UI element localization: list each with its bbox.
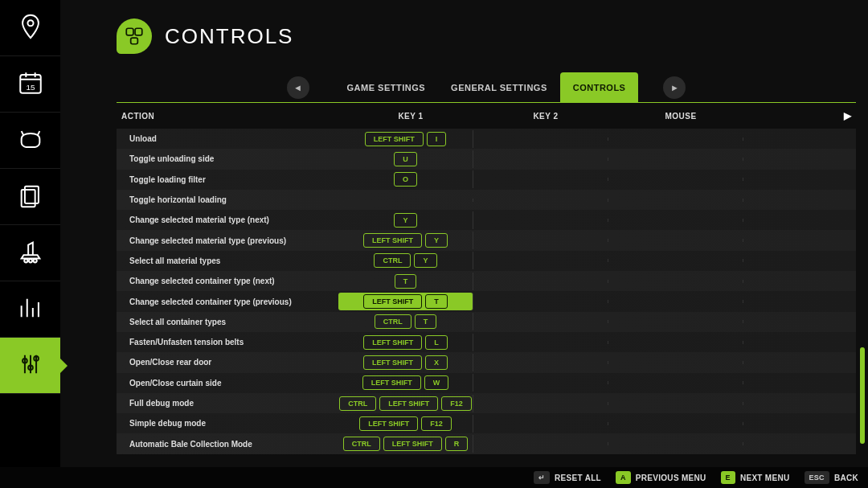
binding-cell-key2[interactable] bbox=[473, 199, 608, 202]
binding-cell-mouse[interactable] bbox=[608, 361, 743, 364]
svg-point-7 bbox=[33, 259, 36, 262]
binding-row[interactable]: Select all material typesCTRLY bbox=[117, 251, 856, 271]
binding-cell-key1[interactable]: CTRLLEFT SHIFTF12 bbox=[338, 395, 473, 412]
sidebar-item-stats-icon[interactable] bbox=[0, 281, 60, 338]
binding-cell-key1[interactable] bbox=[338, 199, 473, 202]
sidebar-item-docs-icon[interactable] bbox=[0, 169, 60, 225]
binding-cell-key2[interactable] bbox=[473, 341, 608, 344]
svg-point-0 bbox=[27, 20, 33, 26]
binding-cell-key2[interactable] bbox=[473, 300, 608, 303]
sidebar-item-machine-icon[interactable] bbox=[0, 225, 60, 281]
footer-next-menu[interactable]: E NEXT MENU bbox=[721, 471, 790, 484]
binding-cell-key1[interactable]: LEFT SHIFTW bbox=[338, 374, 473, 392]
sidebar-item-map-icon[interactable] bbox=[0, 0, 60, 56]
binding-cell-mouse[interactable] bbox=[608, 219, 743, 222]
binding-cell-key2[interactable] bbox=[473, 280, 608, 283]
binding-cell-mouse[interactable] bbox=[608, 402, 743, 405]
binding-cell-key2[interactable] bbox=[473, 442, 608, 445]
keycap: LEFT SHIFT bbox=[383, 437, 442, 451]
binding-row[interactable]: UnloadLEFT SHIFTI bbox=[117, 129, 856, 149]
binding-cell-mouse[interactable] bbox=[608, 199, 743, 202]
binding-cell-key1[interactable]: CTRLY bbox=[338, 252, 473, 269]
binding-cell-mouse[interactable] bbox=[608, 422, 743, 425]
machine-icon bbox=[17, 238, 44, 269]
binding-cell-key1[interactable]: LEFT SHIFTL bbox=[338, 334, 473, 351]
binding-cell-key2[interactable] bbox=[473, 422, 608, 425]
binding-cell-key2[interactable] bbox=[473, 137, 608, 141]
binding-cell-mouse[interactable] bbox=[608, 239, 743, 242]
binding-cell-key1[interactable]: O bbox=[338, 170, 473, 188]
tabs-prev-button[interactable]: ◄ bbox=[287, 76, 309, 99]
binding-row[interactable]: Select all container typesCTRLT bbox=[117, 312, 856, 332]
sidebar-item-settings-icon[interactable] bbox=[0, 338, 60, 394]
binding-cell-mouse[interactable] bbox=[608, 137, 743, 141]
binding-cell-mouse[interactable] bbox=[608, 320, 743, 323]
binding-cell-key2[interactable] bbox=[473, 402, 608, 405]
tab-controls[interactable]: CONTROLS bbox=[560, 72, 639, 103]
binding-row[interactable]: Change selected material type (next)Y bbox=[117, 210, 856, 230]
binding-row[interactable]: Change selected container type (previous… bbox=[117, 291, 856, 311]
footer-previous-menu[interactable]: A PREVIOUS MENU bbox=[616, 471, 706, 484]
binding-cell-key1[interactable]: LEFT SHIFTF12 bbox=[338, 415, 473, 433]
binding-row[interactable]: Full debug modeCTRLLEFT SHIFTF12 bbox=[117, 393, 856, 413]
keycap: CTRL bbox=[375, 314, 411, 329]
vertical-scrollbar[interactable] bbox=[860, 347, 865, 444]
keycap: X bbox=[425, 355, 448, 370]
keycap: O bbox=[394, 172, 417, 187]
binding-cell-mouse[interactable] bbox=[608, 280, 743, 283]
binding-cell-mouse[interactable] bbox=[608, 158, 743, 161]
binding-row[interactable]: Fasten/Unfasten tension beltsLEFT SHIFTL bbox=[117, 332, 856, 352]
cow-icon bbox=[17, 125, 44, 156]
binding-cell-key2[interactable] bbox=[473, 158, 608, 161]
binding-row[interactable]: Open/Close rear doorLEFT SHIFTX bbox=[117, 352, 856, 372]
binding-cell-key2[interactable] bbox=[473, 178, 608, 181]
binding-row[interactable]: Automatic Bale Collection ModeCTRLLEFT S… bbox=[117, 433, 856, 453]
action-label: Automatic Bale Collection Mode bbox=[117, 440, 338, 449]
svg-rect-4 bbox=[21, 189, 35, 206]
binding-cell-key1[interactable]: CTRLLEFT SHIFTR bbox=[338, 435, 473, 453]
binding-cell-key1[interactable]: U bbox=[338, 150, 473, 168]
binding-cell-key1[interactable]: LEFT SHIFTX bbox=[338, 354, 473, 371]
sidebar-item-calendar-icon[interactable]: 15 bbox=[0, 56, 60, 113]
binding-row[interactable]: Change selected container type (next)T bbox=[117, 271, 856, 291]
tab-game-settings[interactable]: GAME SETTINGS bbox=[334, 72, 439, 103]
binding-cell-key2[interactable] bbox=[473, 381, 608, 384]
tabs-next-button[interactable]: ► bbox=[663, 76, 686, 99]
binding-row[interactable]: Toggle unloading sideU bbox=[117, 149, 856, 169]
binding-cell-key1[interactable]: LEFT SHIFTY bbox=[338, 232, 473, 249]
page-title: CONTROLS bbox=[165, 24, 293, 49]
binding-cell-key1[interactable]: LEFT SHIFTI bbox=[338, 130, 473, 148]
controls-header-icon bbox=[117, 18, 152, 54]
binding-row[interactable]: Change selected material type (previous)… bbox=[117, 230, 856, 250]
action-label: Unload bbox=[117, 134, 338, 143]
binding-row[interactable]: Open/Close curtain sideLEFT SHIFTW bbox=[117, 373, 856, 393]
column-header-row: ACTION KEY 1 KEY 2 MOUSE ▶ bbox=[117, 103, 856, 129]
footer-back[interactable]: ESC BACK bbox=[805, 471, 859, 484]
binding-cell-mouse[interactable] bbox=[608, 300, 743, 303]
binding-cell-mouse[interactable] bbox=[608, 259, 743, 262]
binding-cell-key2[interactable] bbox=[473, 239, 608, 242]
sidebar-item-cow-icon[interactable] bbox=[0, 113, 60, 169]
action-label: Open/Close curtain side bbox=[117, 379, 338, 388]
binding-cell-key2[interactable] bbox=[473, 259, 608, 262]
binding-cell-key2[interactable] bbox=[473, 361, 608, 364]
binding-cell-key2[interactable] bbox=[473, 320, 608, 323]
binding-cell-mouse[interactable] bbox=[608, 381, 743, 384]
footer-reset-all[interactable]: ↵ RESET ALL bbox=[534, 471, 601, 484]
binding-row[interactable]: Simple debug modeLEFT SHIFTF12 bbox=[117, 413, 856, 433]
binding-cell-key1[interactable]: CTRLT bbox=[338, 313, 473, 330]
main-panel: CONTROLS ◄ GAME SETTINGSGENERAL SETTINGS… bbox=[60, 0, 868, 488]
binding-row[interactable]: Toggle loading filterO bbox=[117, 170, 856, 190]
tab-general-settings[interactable]: GENERAL SETTINGS bbox=[438, 72, 560, 103]
binding-cell-key1[interactable]: Y bbox=[338, 211, 473, 229]
binding-row[interactable]: Toggle horizontal loading bbox=[117, 190, 856, 210]
keycap: Y bbox=[425, 233, 448, 248]
binding-cell-key1[interactable]: T bbox=[338, 273, 473, 290]
col-header-key2: KEY 2 bbox=[478, 112, 613, 121]
binding-cell-key2[interactable] bbox=[473, 219, 608, 222]
binding-cell-mouse[interactable] bbox=[608, 442, 743, 445]
binding-cell-mouse[interactable] bbox=[608, 178, 743, 181]
scroll-indicator[interactable]: ▶ bbox=[748, 110, 851, 121]
binding-cell-mouse[interactable] bbox=[608, 341, 743, 344]
binding-cell-key1[interactable]: LEFT SHIFTT bbox=[338, 293, 473, 310]
